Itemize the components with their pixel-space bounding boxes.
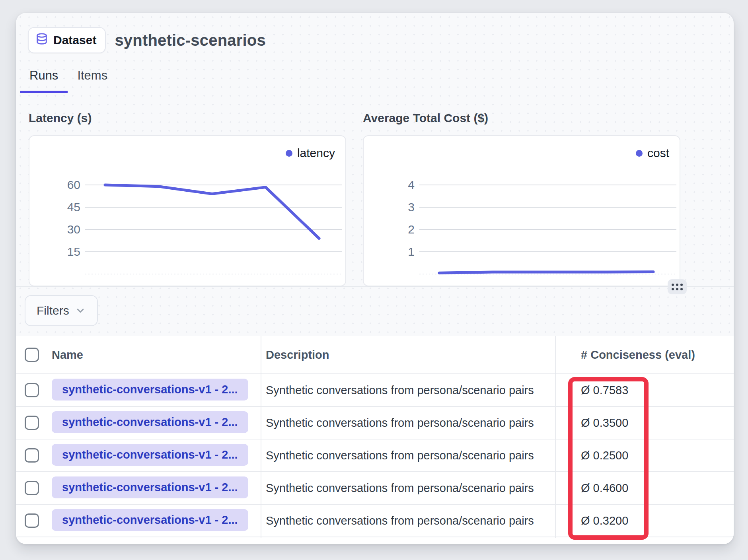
latency-chart-title: Latency (s) xyxy=(29,111,92,125)
column-header-conciseness: # Conciseness (eval) xyxy=(555,348,734,362)
row-checkbox[interactable] xyxy=(25,481,39,495)
cost-chart-plot: 4321 xyxy=(364,136,680,286)
row-checkbox[interactable] xyxy=(25,416,39,430)
chevron-down-icon xyxy=(75,305,86,316)
dataset-panel: Dataset synthetic-scenarios Runs Items L… xyxy=(16,13,734,544)
svg-text:2: 2 xyxy=(408,223,415,236)
tab-items-label: Items xyxy=(77,68,107,82)
svg-text:3: 3 xyxy=(408,200,415,214)
legend-label: cost xyxy=(647,146,669,160)
tab-runs-label: Runs xyxy=(29,68,58,82)
svg-text:30: 30 xyxy=(67,223,80,236)
svg-text:1: 1 xyxy=(408,245,415,258)
run-description: Synthetic conversations from persona/sce… xyxy=(261,482,555,495)
section-divider xyxy=(16,286,734,287)
run-name-link[interactable]: synthetic-conversations-v1 - 2... xyxy=(52,411,248,433)
cost-chart: 4321 cost xyxy=(363,135,680,286)
panel-header: Dataset synthetic-scenarios xyxy=(28,27,266,53)
legend-label: latency xyxy=(297,146,335,160)
legend-dot-icon xyxy=(636,150,643,157)
badge-label: Dataset xyxy=(53,33,96,47)
table-row[interactable]: synthetic-conversations-v1 - 2... Synthe… xyxy=(16,505,734,537)
tab-runs[interactable]: Runs xyxy=(20,68,68,93)
run-description: Synthetic conversations from persona/sce… xyxy=(261,384,555,397)
row-checkbox[interactable] xyxy=(25,383,39,397)
svg-text:4: 4 xyxy=(408,178,415,191)
conciseness-value: Ø 0.2500 xyxy=(555,449,734,462)
run-description: Synthetic conversations from persona/sce… xyxy=(261,514,555,527)
latency-chart: 60453015 latency xyxy=(29,135,346,286)
conciseness-value: Ø 0.3200 xyxy=(555,514,734,527)
svg-text:45: 45 xyxy=(67,200,80,214)
table-row[interactable]: synthetic-conversations-v1 - 2... Synthe… xyxy=(16,472,734,505)
table-row[interactable]: synthetic-conversations-v1 - 2... Synthe… xyxy=(16,374,734,407)
run-description: Synthetic conversations from persona/sce… xyxy=(261,449,555,462)
conciseness-value: Ø 0.4600 xyxy=(555,482,734,495)
latency-legend: latency xyxy=(286,146,335,160)
dataset-badge: Dataset xyxy=(28,27,106,53)
row-checkbox[interactable] xyxy=(25,448,39,463)
conciseness-value: Ø 0.3500 xyxy=(555,416,734,430)
column-header-description: Description xyxy=(261,348,555,362)
cost-chart-title: Average Total Cost ($) xyxy=(363,111,488,125)
legend-dot-icon xyxy=(286,150,292,157)
runs-table: Name Description # Conciseness (eval) sy… xyxy=(16,336,734,544)
column-header-name: Name xyxy=(52,348,261,362)
database-icon xyxy=(35,33,49,48)
row-checkbox[interactable] xyxy=(25,513,39,528)
grip-dots-icon[interactable] xyxy=(668,279,687,294)
filters-button-label: Filters xyxy=(37,304,69,317)
run-description: Synthetic conversations from persona/sce… xyxy=(261,416,555,430)
run-name-link[interactable]: synthetic-conversations-v1 - 2... xyxy=(52,476,248,498)
tab-bar: Runs Items xyxy=(20,68,117,93)
table-row[interactable]: synthetic-conversations-v1 - 2... Synthe… xyxy=(16,407,734,439)
page-title: synthetic-scenarios xyxy=(115,31,266,49)
table-header-row: Name Description # Conciseness (eval) xyxy=(16,336,734,374)
run-name-link[interactable]: synthetic-conversations-v1 - 2... xyxy=(52,379,248,401)
cost-legend: cost xyxy=(636,146,669,160)
filters-button[interactable]: Filters xyxy=(25,295,98,326)
tab-items[interactable]: Items xyxy=(68,68,117,93)
table-row[interactable]: synthetic-conversations-v1 - 2... Synthe… xyxy=(16,439,734,472)
select-all-checkbox[interactable] xyxy=(25,348,39,362)
run-name-link[interactable]: synthetic-conversations-v1 - 2... xyxy=(52,444,248,466)
run-name-link[interactable]: synthetic-conversations-v1 - 2... xyxy=(52,509,248,531)
svg-text:60: 60 xyxy=(67,178,80,191)
svg-text:15: 15 xyxy=(67,245,80,258)
conciseness-value: Ø 0.7583 xyxy=(555,384,734,397)
